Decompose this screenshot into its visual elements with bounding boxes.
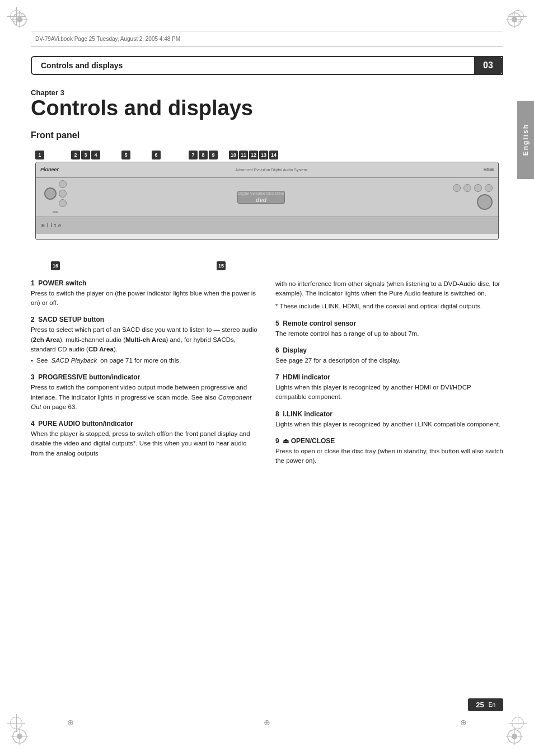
item-2-body: Press to select which part of an SACD di… bbox=[31, 325, 259, 365]
bottom-callout-row: 16 15 bbox=[35, 261, 230, 270]
right-circle-2 bbox=[463, 184, 471, 192]
bottom-cross-center: ⊕ bbox=[264, 718, 270, 727]
dvd-label: dvd bbox=[256, 196, 267, 203]
device-mid: RW Digital Versatile Disc Drive dvd bbox=[36, 178, 498, 217]
corner-circle-tl bbox=[11, 11, 28, 28]
item-3-desc: 3 PROGRESSIVE button/indicator Press to … bbox=[31, 373, 259, 412]
pioneer-logo: Pioneer bbox=[40, 167, 59, 172]
item-9-desc: 9 ⏏ OPEN/CLOSE Press to open or close th… bbox=[275, 437, 503, 466]
rw-label: RW bbox=[53, 210, 58, 214]
large-round-btn bbox=[477, 194, 493, 210]
descriptions-two-col: 1 POWER switch Press to switch the playe… bbox=[31, 279, 503, 474]
item-4-continued: with no interference from other signals … bbox=[275, 279, 503, 312]
callout-5: 5 bbox=[121, 151, 130, 159]
item-8-desc: 8 i.LINK indicator Lights when this play… bbox=[275, 410, 503, 429]
disc-display-area: Digital Versatile Disc Drive dvd bbox=[74, 191, 448, 204]
item-6-title: 6 Display bbox=[275, 346, 503, 354]
callout-8: 8 bbox=[199, 151, 208, 159]
callout-6: 6 bbox=[152, 151, 161, 159]
item-1-desc: 1 POWER switch Press to switch the playe… bbox=[31, 279, 259, 308]
item-6-num: 6 bbox=[275, 346, 279, 354]
callout-9: 9 bbox=[209, 151, 218, 159]
callout-11: 11 bbox=[239, 151, 248, 159]
chapter-bar-title: Controls and displays bbox=[32, 61, 474, 70]
item-5-body: The remote control has a range of up to … bbox=[275, 329, 503, 339]
disc-tray-label: Digital Versatile Disc Drive bbox=[238, 191, 284, 195]
right-controls-area bbox=[453, 184, 493, 210]
callout-1: 1 bbox=[35, 151, 44, 159]
item-1-num: 1 bbox=[31, 279, 35, 287]
item-4-body-continued: with no interference from other signals … bbox=[275, 279, 503, 299]
item-2-title: 2 SACD SETUP button bbox=[31, 316, 259, 323]
en-label: En bbox=[489, 702, 495, 708]
item-8-title: 8 i.LINK indicator bbox=[275, 410, 503, 418]
callout-15: 15 bbox=[217, 261, 226, 270]
item-7-title: 7 HDMI indicator bbox=[275, 373, 503, 381]
page-number-box: 25 En bbox=[468, 698, 503, 711]
item-3-title: 3 PROGRESSIVE button/indicator bbox=[31, 373, 259, 381]
item-4-footnote: * These include i.LINK, HDMI, and the co… bbox=[275, 302, 503, 311]
corner-circle-tr bbox=[506, 11, 523, 28]
item-5-num: 5 bbox=[275, 320, 279, 327]
item-8-num: 8 bbox=[275, 410, 279, 418]
item-7-num: 7 bbox=[275, 373, 279, 381]
item-2-desc: 2 SACD SETUP button Press to select whic… bbox=[31, 316, 259, 365]
language-label-text: English bbox=[522, 124, 530, 156]
chapter-num-text: Chapter 3 bbox=[31, 88, 503, 97]
item-4-desc: 4 PURE AUDIO button/indicator When the p… bbox=[31, 420, 259, 458]
device-diagram: 1 2 3 4 5 6 7 8 9 10 bbox=[31, 147, 503, 270]
callout-2: 2 bbox=[71, 151, 80, 159]
item-9-title: 9 ⏏ OPEN/CLOSE bbox=[275, 437, 503, 445]
callout-3: 3 bbox=[81, 151, 90, 159]
power-btn-visual bbox=[44, 187, 57, 200]
callout-10: 10 bbox=[229, 151, 238, 159]
item-5-title: 5 Remote control sensor bbox=[275, 320, 503, 327]
file-info-bar: DV-79AVi.book Page 25 Tuesday, August 2,… bbox=[31, 31, 503, 46]
item-2-num: 2 bbox=[31, 316, 35, 323]
front-panel-title: Front panel bbox=[31, 130, 503, 140]
chapter-heading: Chapter 3 Controls and displays bbox=[31, 88, 503, 120]
reg-mark-br bbox=[512, 717, 524, 729]
main-content: Chapter 3 Controls and displays Front pa… bbox=[31, 83, 503, 473]
item-7-body: Lights when this player is recognized by… bbox=[275, 383, 503, 402]
item-6-desc: 6 Display See page 27 for a description … bbox=[275, 346, 503, 365]
callout-16: 16 bbox=[51, 261, 60, 270]
bottom-cross-right: ⊕ bbox=[460, 718, 467, 727]
device-bottom-strip: Elite bbox=[36, 217, 498, 234]
page-number: 25 bbox=[476, 701, 484, 709]
item-6-body: See page 27 for a description of the dis… bbox=[275, 356, 503, 365]
chapter-title-text: Controls and displays bbox=[31, 97, 503, 120]
device-top-text: Advanced Evolution Digital Audio System bbox=[63, 168, 479, 172]
item-1-body: Press to switch the player on (the power… bbox=[31, 289, 259, 308]
item-1-title: 1 POWER switch bbox=[31, 279, 259, 287]
corner-circle-br bbox=[506, 728, 523, 745]
chapter-header-bar: Controls and displays 03 bbox=[31, 56, 503, 75]
elite-label: Elite bbox=[41, 223, 63, 228]
pioneer-device-illustration: Pioneer Advanced Evolution Digital Audio… bbox=[35, 162, 499, 256]
col-left: 1 POWER switch Press to switch the playe… bbox=[31, 279, 259, 474]
item-4-title: 4 PURE AUDIO button/indicator bbox=[31, 420, 259, 428]
item-9-body: Press to open or close the disc tray (wh… bbox=[275, 447, 503, 466]
small-circle-1 bbox=[59, 180, 67, 188]
callout-13: 13 bbox=[259, 151, 268, 159]
item-2-bullet: See SACD Playback on page 71 for more on… bbox=[31, 356, 259, 365]
col-right: with no interference from other signals … bbox=[275, 279, 503, 474]
chapter-bar-number: 03 bbox=[474, 57, 502, 74]
item-3-num: 3 bbox=[31, 373, 35, 381]
language-label: English bbox=[517, 101, 534, 179]
callout-4: 4 bbox=[91, 151, 100, 159]
callout-7: 7 bbox=[189, 151, 198, 159]
disc-tray-visual: Digital Versatile Disc Drive dvd bbox=[237, 191, 284, 204]
right-circle-3 bbox=[474, 184, 482, 192]
item-3-body: Press to switch the component video outp… bbox=[31, 383, 259, 412]
item-4-num: 4 bbox=[31, 420, 35, 428]
left-controls: RW bbox=[41, 180, 69, 214]
callout-14: 14 bbox=[269, 151, 278, 159]
reg-mark-bl bbox=[10, 717, 22, 729]
small-circle-2 bbox=[59, 190, 67, 198]
pioneer-device: Pioneer Advanced Evolution Digital Audio… bbox=[35, 162, 499, 240]
device-top-strip: Pioneer Advanced Evolution Digital Audio… bbox=[36, 162, 498, 178]
file-info-text: DV-79AVi.book Page 25 Tuesday, August 2,… bbox=[35, 36, 180, 42]
hdmi-label: HDMI bbox=[484, 168, 494, 172]
item-7-desc: 7 HDMI indicator Lights when this player… bbox=[275, 373, 503, 402]
